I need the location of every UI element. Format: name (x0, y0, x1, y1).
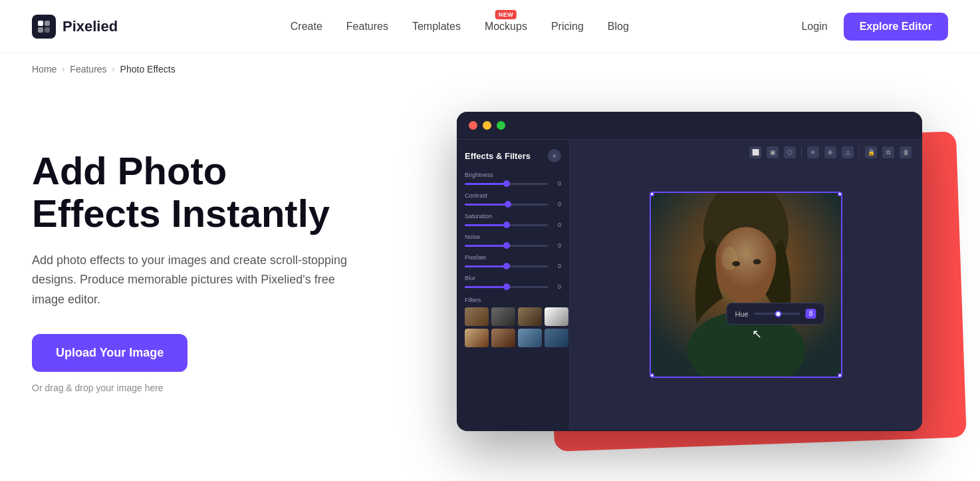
contrast-slider-group: Contrast 0 (465, 192, 561, 208)
editor-window: Effects & Filters × Brightness 0 (457, 112, 922, 431)
blur-slider-row: 0 (465, 283, 561, 290)
upload-image-button[interactable]: Upload Your Image (32, 334, 187, 372)
filters-section-label: Filters (465, 297, 561, 303)
logo[interactable]: Pixelied (32, 15, 118, 39)
main-content: Add Photo Effects Instantly Add photo ef… (0, 85, 980, 471)
noise-value: 0 (552, 242, 561, 249)
main-nav: Create Features Templates NEW Mockups Pr… (291, 21, 629, 33)
handle-bottom-left[interactable] (650, 373, 654, 378)
saturation-thumb[interactable] (503, 222, 510, 228)
blur-track[interactable] (465, 286, 548, 288)
canvas-area[interactable]: ⬜ ▣ ⬡ ✛ ⊕ △ 🔒 ⧉ 🗑 (570, 140, 922, 430)
contrast-track[interactable] (465, 204, 548, 206)
explore-editor-button[interactable]: Explore Editor (844, 13, 948, 41)
pixelate-label: Pixelate (465, 254, 561, 261)
hue-slider-track[interactable] (754, 313, 800, 315)
pixelate-slider-group: Pixelate 0 (465, 254, 561, 269)
breadcrumb: Home › Features › Photo Effects (0, 53, 980, 85)
breadcrumb-home[interactable]: Home (32, 64, 57, 75)
filter-5[interactable] (465, 329, 489, 347)
nav-pricing[interactable]: Pricing (551, 21, 584, 33)
pixelate-fill (465, 265, 507, 267)
effects-panel: Effects & Filters × Brightness 0 (457, 140, 570, 430)
nav-create[interactable]: Create (291, 21, 322, 33)
hero-description: Add photo effects to your images and cre… (32, 251, 351, 310)
filter-6[interactable] (491, 329, 515, 347)
handle-bottom-right[interactable] (838, 373, 842, 378)
breadcrumb-current: Photo Effects (120, 64, 176, 75)
svg-rect-3 (45, 27, 50, 33)
hue-label: Hue (735, 310, 748, 318)
hero-left: Add Photo Effects Instantly Add photo ef… (32, 150, 391, 393)
brightness-slider-group: Brightness 0 (465, 172, 561, 187)
toolbar-icon-6[interactable]: △ (842, 146, 854, 158)
pixelate-track[interactable] (465, 265, 548, 267)
filter-4[interactable] (545, 307, 568, 326)
header: Pixelied Create Features Templates NEW M… (0, 0, 980, 53)
logo-icon (32, 15, 56, 39)
contrast-label: Contrast (465, 192, 561, 199)
filters-grid (465, 307, 561, 347)
panel-close-button[interactable]: × (548, 149, 561, 162)
new-badge: NEW (495, 10, 517, 19)
filter-7[interactable] (518, 329, 542, 347)
handle-top-left[interactable] (650, 192, 654, 196)
image-frame: Hue 8 ↖ (650, 192, 842, 378)
nav-templates[interactable]: Templates (412, 21, 461, 33)
blur-label: Blur (465, 275, 561, 281)
saturation-value: 0 (552, 222, 561, 228)
brightness-fill (465, 183, 507, 185)
login-button[interactable]: Login (801, 21, 827, 33)
window-dot-yellow (483, 121, 491, 130)
nav-blog[interactable]: Blog (608, 21, 629, 33)
brightness-thumb[interactable] (503, 180, 510, 187)
contrast-slider-row: 0 (465, 201, 561, 208)
blur-value: 0 (552, 283, 561, 290)
toolbar-icon-copy[interactable]: ⧉ (882, 146, 894, 158)
saturation-label: Saturation (465, 213, 561, 220)
logo-text: Pixelied (62, 18, 118, 35)
window-dot-red (469, 121, 477, 130)
blur-slider-group: Blur 0 (465, 275, 561, 290)
panel-title: Effects & Filters (465, 151, 531, 161)
blur-thumb[interactable] (503, 283, 510, 290)
noise-slider-group: Noise 0 (465, 234, 561, 249)
image-placeholder (651, 193, 841, 377)
pixelate-slider-row: 0 (465, 263, 561, 269)
toolbar-icon-delete[interactable]: 🗑 (900, 146, 912, 158)
toolbar-icon-3[interactable]: ⬡ (784, 146, 796, 158)
hue-slider-thumb[interactable] (775, 311, 781, 317)
selected-image[interactable] (650, 192, 842, 378)
noise-thumb[interactable] (503, 242, 510, 249)
noise-fill (465, 245, 507, 247)
svg-rect-11 (651, 193, 841, 377)
toolbar-icon-4[interactable]: ✛ (807, 146, 819, 158)
saturation-slider-row: 0 (465, 222, 561, 228)
breadcrumb-features[interactable]: Features (70, 64, 106, 75)
toolbar-icon-1[interactable]: ⬜ (749, 146, 761, 158)
noise-slider-row: 0 (465, 242, 561, 249)
filter-1[interactable] (465, 307, 489, 326)
saturation-track[interactable] (465, 224, 548, 226)
filter-8[interactable] (545, 329, 568, 347)
toolbar-icon-lock[interactable]: 🔒 (865, 146, 877, 158)
nav-features[interactable]: Features (346, 21, 388, 33)
noise-label: Noise (465, 234, 561, 240)
pixelate-thumb[interactable] (503, 263, 510, 269)
cursor-indicator: ↖ (752, 327, 762, 341)
noise-track[interactable] (465, 245, 548, 247)
filter-2[interactable] (491, 307, 515, 326)
hue-tooltip: Hue 8 (726, 303, 824, 325)
brightness-track[interactable] (465, 183, 548, 185)
handle-top-right[interactable] (838, 192, 842, 196)
saturation-slider-group: Saturation 0 (465, 213, 561, 228)
header-right: Login Explore Editor (801, 13, 948, 41)
contrast-thumb[interactable] (505, 201, 511, 208)
svg-rect-1 (45, 21, 50, 26)
toolbar-icon-5[interactable]: ⊕ (824, 146, 836, 158)
contrast-value: 0 (552, 201, 561, 208)
nav-mockups[interactable]: NEW Mockups (485, 21, 527, 33)
toolbar-icon-2[interactable]: ▣ (767, 146, 779, 158)
filter-3[interactable] (518, 307, 542, 326)
saturation-fill (465, 224, 507, 226)
